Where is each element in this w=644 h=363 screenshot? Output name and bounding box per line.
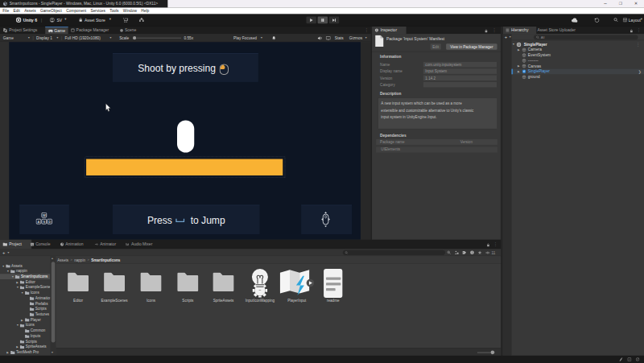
- svg-text:W: W: [43, 213, 46, 217]
- svg-text:A: A: [37, 220, 39, 224]
- svg-text:D: D: [48, 220, 51, 224]
- svg-text:S: S: [43, 220, 45, 224]
